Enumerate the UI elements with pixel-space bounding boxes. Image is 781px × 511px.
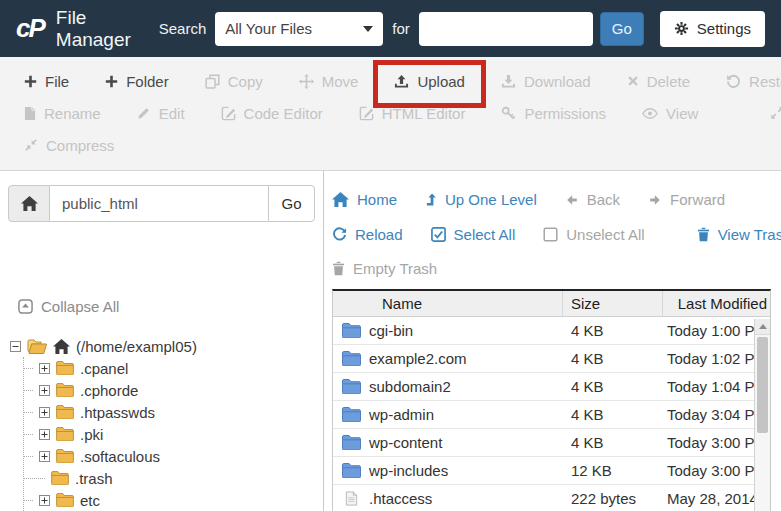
upload-icon (394, 74, 409, 89)
path-home-button[interactable] (8, 185, 50, 222)
folder-icon (333, 463, 369, 478)
folder-icon (333, 351, 369, 366)
file-size: 4 KB (563, 322, 663, 339)
table-row[interactable]: cgi-bin4 KBToday 1:00 P (333, 317, 770, 345)
edit-button-label: Edit (159, 105, 185, 122)
path-bar: Go (8, 185, 315, 222)
search-scope-select[interactable]: All Your Files (215, 12, 383, 46)
column-header-name[interactable]: Name (333, 291, 563, 316)
file-size: 4 KB (563, 378, 663, 395)
tree-node-label: .cphorde (80, 382, 138, 399)
expand-node-icon[interactable] (39, 429, 50, 440)
search-area: Search All Your Files for Go Settings (159, 11, 765, 47)
path-input[interactable] (50, 185, 268, 222)
nav-forward-label: Forward (670, 191, 725, 208)
expand-node-icon[interactable] (39, 407, 50, 418)
table-row[interactable]: wp-admin4 KBToday 3:04 P (333, 401, 770, 429)
settings-button[interactable]: Settings (660, 11, 765, 47)
tree-root-label: (/home/exampl05) (76, 338, 197, 355)
tree-root-node[interactable]: (/home/exampl05) (10, 335, 315, 357)
tree-node[interactable]: .trash (24, 467, 315, 489)
tree-node-label: .softaculous (80, 448, 160, 465)
download-button-label: Download (524, 73, 591, 90)
nav-up-one-level-link[interactable]: Up One Level (425, 191, 537, 208)
checked-checkbox-icon (431, 227, 446, 242)
home-icon (53, 339, 70, 354)
nav-row-2: Reload Select All Unselect All View Tras… (332, 216, 771, 252)
tree-connector (24, 434, 33, 435)
table-row[interactable]: wp-content4 KBToday 3:00 P (333, 429, 770, 457)
collapse-all-link[interactable]: Collapse All (18, 298, 315, 315)
path-go-button[interactable]: Go (268, 185, 315, 222)
trash-icon (697, 227, 710, 242)
table-row[interactable]: example2.com4 KBToday 1:02 P (333, 345, 770, 373)
expand-node-icon[interactable] (39, 495, 50, 506)
nav-forward-link: Forward (648, 191, 725, 208)
scroll-up-button[interactable] (755, 319, 770, 335)
expand-node-icon[interactable] (39, 451, 50, 462)
tree-connector (24, 412, 33, 413)
x-icon (627, 75, 639, 87)
tree-connector (24, 478, 45, 479)
nav-unselect-all-link: Unselect All (543, 226, 644, 243)
tree-node[interactable]: .pki (24, 423, 315, 445)
level-up-icon (425, 192, 437, 207)
tree-node-label: .pki (80, 426, 103, 443)
nav-select-all-link[interactable]: Select All (431, 226, 516, 243)
upload-highlight-box: Upload (373, 60, 486, 108)
download-icon (501, 74, 516, 89)
content-panel: Home Up One Level Back Forward (324, 171, 781, 511)
tree-connector (24, 390, 33, 391)
tree-node[interactable]: .htpasswds (24, 401, 315, 423)
cpanel-logo: cP (16, 13, 44, 44)
file-button[interactable]: File (24, 73, 69, 90)
table-scrollbar[interactable] (754, 319, 770, 511)
toolbar: File Folder Copy Move Upload (0, 57, 781, 171)
table-row[interactable]: subdomain24 KBToday 1:04 P (333, 373, 770, 401)
code-editor-label: Code Editor (244, 105, 323, 122)
delete-button-label: Delete (647, 73, 690, 90)
collapse-all-label: Collapse All (41, 298, 119, 315)
tree-node-label: .cpanel (80, 360, 128, 377)
tree-node-label: .htpasswds (80, 404, 155, 421)
tree-node[interactable]: .cpanel (24, 357, 315, 379)
collapse-node-icon[interactable] (10, 341, 21, 352)
nav-reload-link[interactable]: Reload (332, 226, 403, 243)
folder-icon (56, 383, 74, 397)
copy-button: Copy (205, 73, 263, 90)
expand-node-icon[interactable] (39, 363, 50, 374)
permissions-button: Permissions (501, 105, 606, 122)
column-header-size[interactable]: Size (563, 291, 663, 316)
table-row[interactable]: .htaccess222 bytesMay 28, 2014 (333, 485, 770, 511)
tree-node[interactable]: .softaculous (24, 445, 315, 467)
file-size: 4 KB (563, 434, 663, 451)
file-size: 12 KB (563, 462, 663, 479)
tree-node[interactable]: .cphorde (24, 379, 315, 401)
expand-node-icon[interactable] (39, 385, 50, 396)
rename-button-label: Rename (44, 105, 101, 122)
nav-home-link[interactable]: Home (332, 191, 397, 208)
scroll-up-arrow-icon (759, 324, 767, 329)
search-scope-value: All Your Files (225, 20, 312, 37)
home-icon (332, 192, 349, 207)
download-button: Download (501, 73, 591, 90)
nav-view-trash-link[interactable]: View Trash (697, 226, 781, 243)
plus-icon (105, 75, 118, 88)
folder-button-label: Folder (126, 73, 169, 90)
search-label: Search (159, 20, 207, 37)
upload-button[interactable]: Upload (394, 73, 465, 90)
file-name: wp-content (369, 434, 563, 451)
move-icon (299, 74, 314, 89)
copy-icon (205, 74, 220, 89)
table-row[interactable]: wp-includes12 KBToday 3:00 P (333, 457, 770, 485)
compress-icon (24, 138, 38, 152)
folder-button[interactable]: Folder (105, 73, 169, 90)
tree-node[interactable]: etc (24, 489, 315, 511)
restore-button-label: Restore (749, 73, 781, 90)
scrollbar-thumb[interactable] (757, 337, 768, 433)
for-label: for (392, 20, 410, 37)
search-input[interactable] (419, 12, 593, 46)
search-go-button[interactable]: Go (600, 12, 644, 46)
column-header-last-modified[interactable]: Last Modified (663, 291, 770, 316)
nav-empty-trash-label: Empty Trash (353, 260, 437, 277)
